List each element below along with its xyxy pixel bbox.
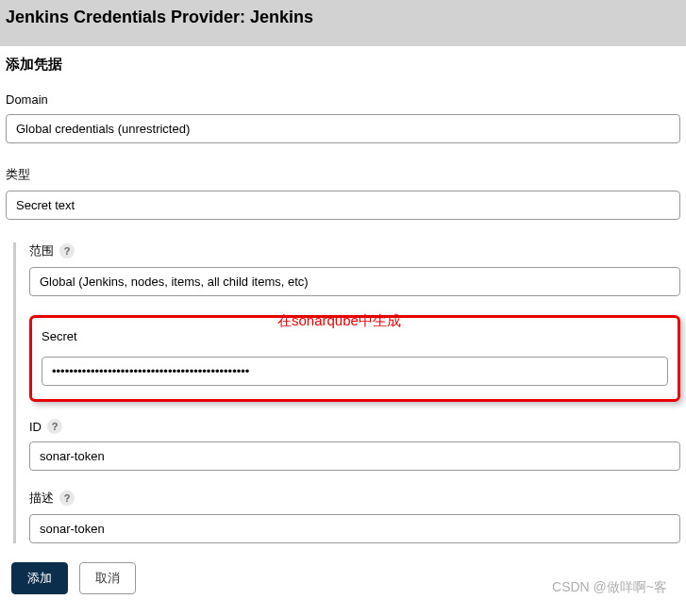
secret-highlight-box: 在sonarqube中生成 Secret (29, 315, 680, 402)
domain-label: Domain (6, 92, 680, 107)
id-input[interactable] (29, 441, 680, 471)
credential-details: 范围 ? 在sonarqube中生成 Secret ID ? 描述 ? (13, 242, 680, 543)
description-input[interactable] (29, 514, 680, 543)
add-button[interactable]: 添加 (11, 562, 68, 594)
help-icon[interactable]: ? (47, 419, 62, 434)
secret-field: Secret (42, 329, 668, 386)
dialog-header: Jenkins Credentials Provider: Jenkins (0, 0, 686, 46)
id-field: ID ? (29, 419, 680, 471)
domain-select[interactable] (6, 114, 680, 143)
description-label: 描述 (29, 490, 54, 507)
dialog-title: Jenkins Credentials Provider: Jenkins (6, 8, 680, 27)
dialog-content: 添加凭据 Domain 类型 范围 ? 在sonarqube中生成 Secret… (0, 46, 686, 613)
scope-field: 范围 ? (29, 242, 680, 296)
scope-select[interactable] (29, 267, 680, 296)
id-label: ID (29, 420, 42, 434)
domain-field: Domain (6, 92, 680, 143)
annotation-text: 在sonarqube中生成 (277, 312, 401, 330)
scope-label: 范围 (29, 242, 54, 259)
help-icon[interactable]: ? (59, 243, 75, 258)
button-row: 添加 取消 (6, 562, 680, 594)
secret-label: Secret (42, 329, 668, 343)
type-label: 类型 (6, 166, 680, 183)
help-icon[interactable]: ? (59, 491, 75, 506)
secret-input[interactable] (42, 357, 668, 386)
type-field: 类型 (6, 166, 680, 220)
type-select[interactable] (6, 191, 680, 220)
cancel-button[interactable]: 取消 (79, 562, 136, 594)
section-title: 添加凭据 (6, 56, 680, 74)
description-field: 描述 ? (29, 490, 680, 543)
